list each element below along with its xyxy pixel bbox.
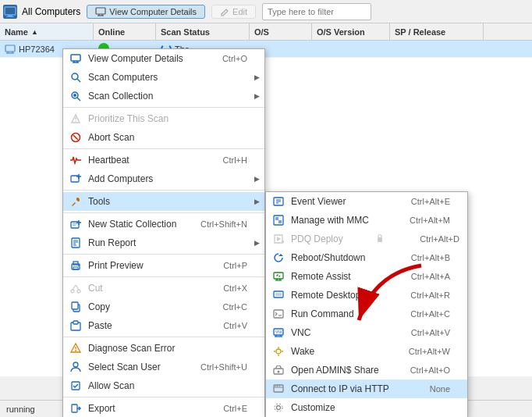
- customize-icon: [271, 401, 286, 415]
- submenu-event-viewer[interactable]: Event Viewer Ctrl+Alt+E: [266, 192, 467, 211]
- title-bar: All Computers View Computer Details Edit: [0, 0, 532, 23]
- menu-heartbeat[interactable]: Heartbeat Ctrl+H: [63, 151, 264, 169]
- menu-scan-collection[interactable]: Scan Collection: [63, 87, 264, 105]
- context-menu: View Computer Details Ctrl+O Scan Comput…: [62, 48, 265, 417]
- col-os[interactable]: O/S: [250, 23, 312, 40]
- diagnose-icon: [68, 341, 83, 355]
- priority-icon: [68, 112, 83, 126]
- monitor-icon: [95, 7, 106, 16]
- remote-desktop-icon: [271, 288, 286, 302]
- svg-rect-33: [275, 217, 278, 220]
- svg-rect-2: [6, 16, 14, 17]
- svg-marker-37: [278, 254, 283, 256]
- menu-view-details[interactable]: View Computer Details Ctrl+O: [63, 49, 264, 68]
- svg-point-79: [71, 290, 74, 293]
- svg-point-19: [73, 94, 76, 97]
- separator-2: [63, 148, 264, 149]
- app-icon: [3, 5, 17, 19]
- col-name[interactable]: Name ▲: [0, 23, 94, 40]
- submenu-reboot[interactable]: Reboot/Shutdown Ctrl+Alt+B: [266, 248, 467, 267]
- export-icon: [68, 401, 83, 415]
- separator-8: [63, 397, 264, 397]
- add-icon: [68, 172, 83, 186]
- menu-print-preview[interactable]: Print Preview Ctrl+P: [63, 256, 264, 275]
- svg-text:VNC: VNC: [275, 330, 284, 334]
- submenu-pdq-deploy[interactable]: PDQ Deploy Ctrl+Alt+D: [266, 230, 467, 248]
- svg-rect-38: [274, 273, 283, 279]
- admin-icon: [271, 363, 286, 377]
- svg-rect-92: [72, 405, 77, 412]
- svg-rect-36: [378, 237, 382, 242]
- submenu-run-command[interactable]: Run Command Ctrl+Alt+C: [266, 305, 467, 323]
- svg-point-63: [277, 406, 281, 410]
- col-scan-status[interactable]: Scan Status: [156, 23, 250, 40]
- sort-arrow: ▲: [31, 28, 38, 36]
- monitor-icon: [68, 52, 83, 66]
- svg-point-61: [277, 386, 278, 387]
- svg-rect-76: [73, 262, 78, 265]
- submenu-connect-http[interactable]: Connect to IP via HTTP None: [266, 380, 467, 398]
- submenu-remote-desktop[interactable]: Remote Desktop Ctrl+Alt+R: [266, 286, 467, 305]
- reboot-icon: [271, 251, 286, 265]
- window-title: All Computers: [22, 6, 80, 17]
- heartbeat-icon: [68, 153, 83, 167]
- column-headers: Name ▲ Online Scan Status O/S O/S Versio…: [0, 23, 532, 41]
- submenu-remote-assist[interactable]: Remote Assist Ctrl+Alt+A: [266, 267, 467, 286]
- event-icon: [271, 194, 286, 208]
- svg-rect-0: [5, 7, 16, 15]
- svg-rect-44: [274, 310, 283, 318]
- menu-copy[interactable]: Copy Ctrl+C: [63, 298, 264, 316]
- col-os-version[interactable]: O/S Version: [312, 23, 390, 40]
- menu-cut[interactable]: Cut Ctrl+X: [63, 279, 264, 298]
- separator-3: [63, 190, 264, 191]
- submenu-wake[interactable]: Wake Ctrl+Alt+W: [266, 342, 467, 361]
- remote-assist-icon: [271, 269, 286, 283]
- svg-point-57: [278, 371, 280, 373]
- menu-add-computers[interactable]: Add Computers: [63, 169, 264, 188]
- menu-abort[interactable]: Abort Scan: [63, 128, 264, 147]
- allow-scan-icon: [68, 379, 83, 393]
- menu-prioritize[interactable]: Prioritize This Scan: [63, 109, 264, 128]
- svg-rect-3: [96, 8, 105, 14]
- menu-new-static-collection[interactable]: New Static Collection Ctrl+Shift+N: [63, 215, 264, 233]
- separator-5: [63, 254, 264, 255]
- scan-icon: [68, 70, 83, 84]
- submenu-manage-mmc[interactable]: Manage with MMC Ctrl+Alt+M: [266, 211, 467, 230]
- svg-point-78: [78, 265, 80, 266]
- svg-rect-7: [5, 45, 15, 52]
- col-sp-release[interactable]: SP / Release: [390, 23, 484, 40]
- menu-scan-computers[interactable]: Scan Computers: [63, 68, 264, 87]
- menu-export[interactable]: Export Ctrl+E: [63, 399, 264, 417]
- svg-point-62: [278, 386, 279, 387]
- svg-rect-86: [73, 321, 78, 324]
- menu-tools[interactable]: Tools Event Viewer Ctrl+Alt+E: [63, 192, 264, 211]
- submenu-open-admin[interactable]: Open ADMIN$ Share Ctrl+Alt+O: [266, 361, 467, 380]
- svg-line-24: [73, 135, 78, 140]
- menu-diagnose[interactable]: Diagnose Scan Error: [63, 339, 264, 358]
- tools-icon: [68, 194, 83, 208]
- svg-point-15: [72, 73, 78, 80]
- svg-rect-1: [8, 15, 12, 16]
- view-details-button[interactable]: View Computer Details: [87, 5, 205, 19]
- svg-point-51: [276, 349, 281, 354]
- col-online[interactable]: Online: [94, 23, 156, 40]
- submenu-vnc[interactable]: VNC VNC Ctrl+Alt+V: [266, 323, 467, 342]
- menu-paste[interactable]: Paste Ctrl+V: [63, 316, 264, 335]
- menu-run-report[interactable]: Run Report: [63, 233, 264, 252]
- vnc-icon: VNC: [271, 326, 286, 340]
- http-icon: [271, 382, 286, 396]
- menu-allow-scan[interactable]: Allow Scan: [63, 376, 264, 395]
- edit-button[interactable]: Edit: [211, 5, 256, 19]
- svg-point-80: [77, 290, 80, 293]
- collection-icon: [68, 217, 83, 231]
- cut-icon: [68, 281, 83, 295]
- submenu-customize[interactable]: Customize: [266, 398, 467, 417]
- pdq-icon: [271, 232, 286, 246]
- report-icon: [68, 236, 83, 250]
- svg-rect-68: [73, 223, 77, 224]
- filter-input[interactable]: [262, 3, 371, 20]
- separator-1: [63, 107, 264, 108]
- menu-select-scan-user[interactable]: Select Scan User Ctrl+Shift+U: [63, 358, 264, 376]
- mmc-icon: [271, 213, 286, 227]
- lock-icon: [376, 233, 384, 243]
